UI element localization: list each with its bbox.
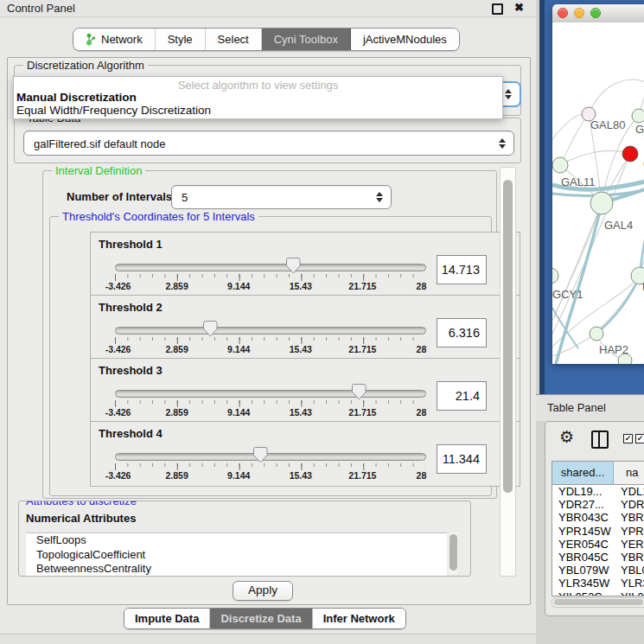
scrollbar-thumb[interactable] [503,180,513,493]
table-row[interactable]: YPR145WYPR1 [552,525,644,538]
tab-network[interactable]: Network [73,29,156,50]
threshold-label: Threshold 2 [99,301,163,314]
threshold-3-value-field[interactable] [437,381,487,411]
network-icon [86,33,96,46]
node-selected-red[interactable] [622,146,638,162]
slider-thumb[interactable] [203,321,218,337]
table-row[interactable]: YBR045CYBR0 [552,551,644,564]
slider-tick-labels: -3.4262.8599.14415.4321.71528 [115,407,424,418]
threshold-1-slider[interactable] [115,257,424,274]
list-item[interactable]: SelfLoops [26,533,447,548]
slider-thumb[interactable] [352,384,367,400]
slider-track[interactable] [115,453,426,461]
tab-style[interactable]: Style [156,29,206,50]
slider-ticks [115,463,425,470]
checkbox-icon[interactable]: ✓ [623,434,633,443]
combo-value: 5 [182,191,188,204]
network-view-frame: GAL80 GA C GAL11 GAL4 GCY1 H HAP2 [539,0,644,394]
table-row[interactable]: YDR27...YDR2 [552,498,644,511]
tab-label: jActiveMNodules [363,33,447,46]
top-tab-bar: Network Style Select Cyni Toolbox jActiv… [73,28,460,51]
tab-label: Cyni Toolbox [274,33,338,46]
table-horizontal-scrollbar[interactable] [552,597,644,608]
tab-discretize-data[interactable]: Discretize Data [210,609,312,628]
algorithm-dropdown-popup: Select algorithm to view settings Manual… [13,76,503,119]
tab-jactivemnodules[interactable]: jActiveMNodules [351,29,459,50]
threshold-label: Threshold 4 [99,427,163,440]
list-item[interactable]: BetweennessCentrality [26,562,447,576]
bottom-strip [0,634,536,644]
table-data-combobox[interactable]: galFiltered.sif default node [23,131,514,156]
slider-tick-labels: -3.4262.8599.14415.4321.71528 [115,470,424,481]
threshold-4-panel: Threshold 4 -3.4262.8599.14415.4321.7152… [90,421,520,487]
slider-track[interactable] [115,390,426,398]
table-row[interactable]: YDL19...YDL1 [552,485,644,498]
combo-stepper [505,89,512,99]
table-row[interactable]: YIL052CYIL0 [552,590,644,597]
node-label: HAP2 [599,343,628,356]
tab-select[interactable]: Select [206,29,262,50]
group-title: Discretization Algorithm [23,59,148,72]
dropdown-hint: Select algorithm to view settings [14,79,502,92]
threshold-3-slider[interactable] [115,383,424,400]
node-label: GA [635,123,644,136]
close-icon[interactable]: ✖ [514,1,524,14]
slider-thumb[interactable] [286,258,301,274]
minimize-traffic-light[interactable] [574,8,584,18]
slider-ticks [115,400,425,407]
node-gal4[interactable] [590,192,613,214]
right-pane: GAL80 GA C GAL11 GAL4 GCY1 H HAP2 Table [536,0,644,644]
tab-cyni-toolbox[interactable]: Cyni Toolbox [262,29,351,50]
gear-icon[interactable]: ⚙ [559,427,574,447]
tab-label: Discretize Data [220,612,301,625]
node-top-right[interactable] [632,109,644,123]
menu-item-equal-width-frequency[interactable]: Equal Width/Frequency Discretization [16,104,211,117]
split-columns-icon[interactable] [591,430,609,449]
node-label: GAL11 [561,175,596,188]
table-row[interactable]: YBR043CYBR0 [552,511,644,524]
close-traffic-light[interactable] [558,8,568,18]
attributes-group: Attributes to discretize Numerical Attri… [18,501,471,577]
table-data-group: Table Data galFiltered.sif default node [14,118,521,163]
table-row[interactable]: YER054CYER0 [552,538,644,551]
tab-impute-data[interactable]: Impute Data [124,609,210,628]
threshold-1-value-field[interactable] [437,255,487,284]
node-hap2[interactable] [590,327,603,341]
network-window: GAL80 GA C GAL11 GAL4 GCY1 H HAP2 [552,4,644,364]
group-title: Attributes to discretize [22,501,140,507]
network-canvas[interactable]: GAL80 GA C GAL11 GAL4 GCY1 H HAP2 [552,22,644,364]
apply-button[interactable]: Apply [233,581,293,601]
control-panel-titlebar: Control Panel ✖ [0,0,536,17]
number-of-intervals-combobox[interactable]: 5 [171,185,392,209]
numerical-attributes-label: Numerical Attributes [26,512,136,525]
threshold-2-panel: Threshold 2 -3.4262.8599.14415.4321.7152… [90,295,520,360]
column-header-shared-name[interactable]: shared... [552,462,614,484]
threshold-2-slider[interactable] [115,320,424,337]
threshold-4-value-field[interactable] [437,444,487,474]
list-item[interactable]: TopologicalCoefficient [26,548,447,563]
float-window-icon[interactable] [492,3,503,15]
node-gcy1[interactable] [552,268,558,284]
panel-vertical-scrollbar[interactable] [500,167,516,577]
group-title: Interval Definition [52,164,145,177]
attributes-list-scrollbar[interactable] [449,532,458,575]
network-window-titlebar [552,4,644,23]
zoom-traffic-light[interactable] [590,8,601,18]
slider-track[interactable] [115,264,426,271]
scrollbar-thumb[interactable] [554,599,643,605]
table-panel-header: Table Panel [536,394,644,421]
threshold-2-value-field[interactable] [437,318,487,348]
table-row[interactable]: YBL079WYBL0 [552,564,644,577]
slider-thumb[interactable] [253,447,268,463]
node-attribute-table: shared... na YDL19...YDL1 YDR27...YDR2 Y… [552,461,644,596]
slider-track[interactable] [115,327,426,335]
threshold-4-slider[interactable] [115,446,424,463]
tab-label: Style [168,33,193,46]
cyni-toolbox-panel: Discretization Algorithm Select algorith… [7,57,531,605]
table-row[interactable]: YLR345WYLR3 [552,577,644,590]
column-header-name[interactable]: na [614,462,644,484]
menu-item-manual-discretization[interactable]: Manual Discretization [16,91,137,104]
checkbox-icon[interactable]: ✓ [635,434,644,443]
tab-infer-network[interactable]: Infer Network [313,609,405,628]
node-gal11[interactable] [552,157,568,173]
